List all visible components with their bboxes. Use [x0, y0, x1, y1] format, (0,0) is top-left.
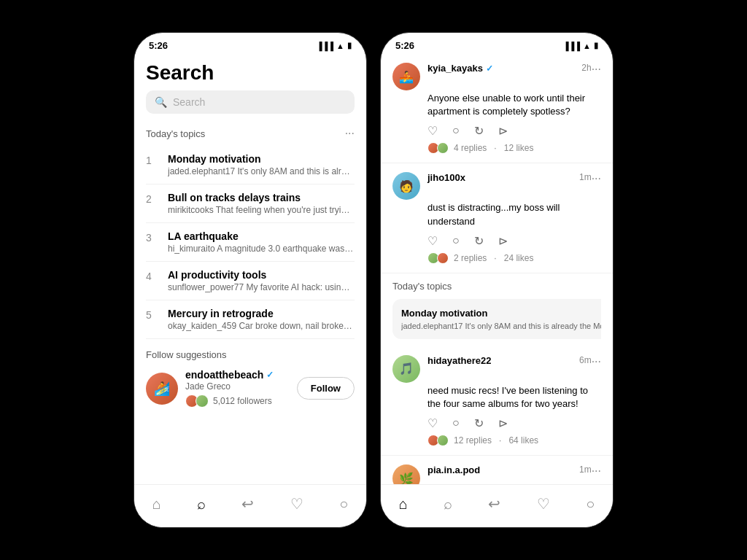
follow-display-name: Jade Greco — [185, 381, 290, 392]
post-2-likes[interactable]: 24 likes — [504, 253, 534, 263]
topic-item-3[interactable]: 3 LA earthquake hi_kimuraito A magnitude… — [146, 223, 355, 262]
post-1-stat-avatars — [427, 142, 446, 154]
right-status-bar: 5:26 ▐▐▐ ▲ ▮ — [381, 33, 613, 54]
nav-profile-icon[interactable]: ○ — [333, 493, 354, 516]
topic-title-1: Monday motivation — [168, 153, 355, 165]
share-icon-2[interactable]: ⊳ — [498, 234, 508, 248]
topic-content-5: Mercury in retrograde okay_kaiden_459 Ca… — [168, 308, 355, 331]
dot-sep-1: · — [494, 143, 496, 153]
topic-content-2: Bull on tracks delays trains mirikitcook… — [168, 192, 355, 215]
post-4-meta: pia.in.a.pod 1m ··· — [427, 464, 601, 478]
topic-card-1[interactable]: Monday motivation jaded.elephant17 It's … — [392, 299, 601, 339]
nav-home-icon[interactable]: ⌂ — [147, 493, 167, 516]
follow-button[interactable]: Follow — [297, 377, 355, 400]
topic-title-5: Mercury in retrograde — [168, 308, 355, 319]
topic-item-1[interactable]: 1 Monday motivation jaded.elephant17 It'… — [146, 146, 355, 184]
post-3-header: 🎵 hidayathere22 6m ··· — [392, 355, 601, 383]
post-2-replies[interactable]: 2 replies — [454, 253, 487, 263]
battery-icon-r: ▮ — [594, 41, 598, 50]
topic-item-4[interactable]: 4 AI productivity tools sunflower_power7… — [146, 262, 355, 300]
follow-section: Follow suggestions 🏄 endoatthebeach ✓ Ja… — [134, 339, 366, 408]
post-3-replies[interactable]: 12 replies — [454, 435, 492, 446]
search-bar[interactable]: 🔍 Search — [146, 90, 355, 114]
post-3-likes[interactable]: 64 likes — [508, 435, 538, 446]
right-today-topics-label: Today's topics — [392, 281, 601, 292]
nav-heart-icon[interactable]: ♡ — [285, 492, 309, 516]
topic-card-1-title: Monday motivation — [401, 308, 601, 319]
post-3-stat-avatars — [427, 435, 446, 446]
share-icon-3[interactable]: ⊳ — [498, 416, 508, 430]
post-4-username: pia.in.a.pod — [427, 464, 480, 475]
post-3-header-row: hidayathere22 6m ··· — [427, 355, 601, 368]
follow-avatar: 🏄 — [146, 373, 178, 405]
topic-item-5[interactable]: 5 Mercury in retrograde okay_kaiden_459 … — [146, 300, 355, 339]
left-screen: Search 🔍 Search Today's topics ··· 1 Mon… — [134, 54, 366, 484]
search-icon: 🔍 — [155, 96, 167, 108]
topic-number-2: 2 — [146, 193, 158, 205]
post-2-meta: jiho100x 1m ··· — [427, 172, 601, 185]
share-icon-1[interactable]: ⊳ — [498, 124, 508, 138]
reply-icon-2[interactable]: ○ — [452, 234, 460, 248]
like-icon-2[interactable]: ♡ — [427, 234, 438, 248]
repost-icon-2[interactable]: ↻ — [474, 234, 484, 248]
post-2-avatar: 🧑 — [392, 172, 420, 200]
left-status-icons: ▐▐▐ ▲ ▮ — [317, 41, 352, 50]
wifi-icon: ▲ — [336, 42, 344, 50]
repost-icon-1[interactable]: ↻ — [474, 124, 484, 138]
post-1-actions: ♡ ○ ↻ ⊳ — [392, 124, 601, 138]
repost-icon-3[interactable]: ↻ — [474, 416, 484, 430]
topic-content-1: Monday motivation jaded.elephant17 It's … — [168, 153, 355, 176]
topic-number-4: 4 — [146, 271, 158, 282]
more-icon[interactable]: ··· — [345, 127, 355, 140]
nav-profile-icon-r[interactable]: ○ — [580, 493, 600, 516]
topic-number-1: 1 — [146, 155, 158, 166]
post-1-replies[interactable]: 4 replies — [454, 143, 487, 153]
topics-scroll[interactable]: Monday motivation jaded.elephant17 It's … — [392, 299, 601, 339]
right-topics-section: Today's topics Monday motivation jaded.e… — [381, 273, 613, 346]
post-2-time: 1m — [579, 172, 592, 182]
post-3-more[interactable]: ··· — [592, 355, 601, 368]
topic-list: 1 Monday motivation jaded.elephant17 It'… — [134, 146, 366, 339]
stat-mini-1b — [437, 142, 449, 154]
topic-number-5: 5 — [146, 309, 158, 321]
right-phone: 5:26 ▐▐▐ ▲ ▮ 🚣 kyia_kayaks ✓ 2h ··· — [380, 32, 614, 528]
post-1-header: 🚣 kyia_kayaks ✓ 2h ··· — [392, 63, 601, 90]
battery-icon: ▮ — [347, 41, 352, 50]
post-1-stats: 4 replies · 12 likes — [392, 142, 601, 154]
topic-item-2[interactable]: 2 Bull on tracks delays trains mirikitco… — [146, 184, 355, 223]
topic-snippet-1: jaded.elephant17 It's only 8AM and this … — [168, 166, 355, 176]
page-title: Search — [134, 54, 366, 90]
post-1-more[interactable]: ··· — [592, 63, 601, 76]
topic-content-3: LA earthquake hi_kimuraito A magnitude 3… — [168, 230, 355, 254]
like-icon-3[interactable]: ♡ — [427, 416, 438, 430]
nav-home-icon-r[interactable]: ⌂ — [393, 493, 414, 516]
post-2-username: jiho100x — [427, 172, 465, 183]
signal-icon-r: ▐▐▐ — [563, 42, 580, 50]
stat-mini-2b — [437, 252, 449, 264]
post-3: 🎵 hidayathere22 6m ··· need music recs! … — [381, 346, 613, 456]
post-3-time: 6m — [579, 355, 592, 365]
reply-icon-1[interactable]: ○ — [452, 124, 460, 138]
post-4-header: 🌿 pia.in.a.pod 1m ··· — [392, 464, 601, 484]
follower-count: 5,012 followers — [213, 396, 272, 406]
post-4-more[interactable]: ··· — [592, 464, 601, 478]
nav-compose-icon[interactable]: ↩ — [236, 492, 260, 516]
topic-number-3: 3 — [146, 232, 158, 244]
post-1-header-row: kyia_kayaks ✓ 2h ··· — [427, 63, 601, 76]
post-1-likes[interactable]: 12 likes — [504, 143, 534, 153]
nav-search-icon[interactable]: ⌕ — [191, 493, 212, 516]
dot-sep-2: · — [494, 253, 496, 263]
topic-content-4: AI productivity tools sunflower_power77 … — [168, 269, 355, 292]
post-1: 🚣 kyia_kayaks ✓ 2h ··· Anyone else unabl… — [381, 54, 613, 163]
today-topics-header: Today's topics ··· — [134, 124, 366, 146]
nav-heart-icon-r[interactable]: ♡ — [531, 492, 556, 516]
post-1-avatar: 🚣 — [392, 63, 420, 90]
post-2-more[interactable]: ··· — [592, 172, 601, 185]
like-icon-1[interactable]: ♡ — [427, 124, 438, 138]
topic-card-1-snippet: jaded.elephant17 It's only 8AM and this … — [401, 322, 601, 330]
nav-search-icon-r[interactable]: ⌕ — [438, 493, 458, 516]
post-3-stats: 12 replies · 64 likes — [392, 435, 601, 446]
nav-compose-icon-r[interactable]: ↩ — [482, 492, 506, 516]
post-3-username: hidayathere22 — [427, 355, 491, 366]
reply-icon-3[interactable]: ○ — [452, 416, 460, 430]
